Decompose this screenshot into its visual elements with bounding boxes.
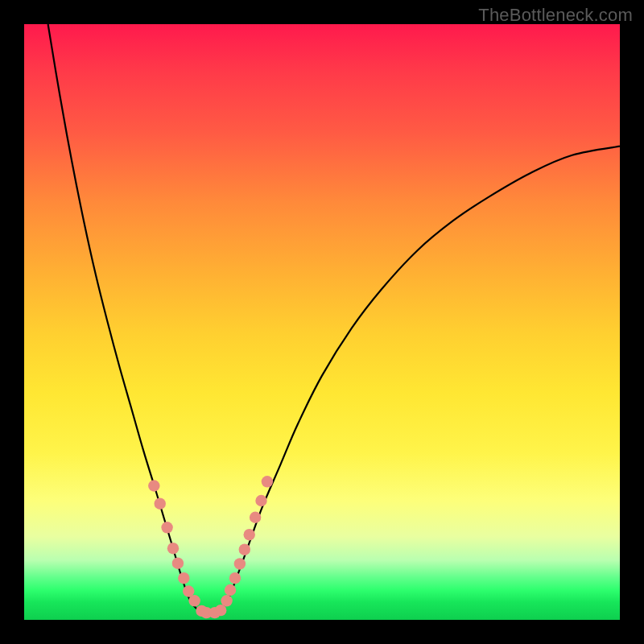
data-marker bbox=[244, 529, 255, 540]
data-marker bbox=[255, 495, 266, 506]
bottleneck-curve bbox=[48, 24, 620, 614]
data-marker bbox=[155, 498, 166, 510]
data-markers-group bbox=[148, 476, 273, 618]
data-marker bbox=[250, 512, 261, 523]
curve-group bbox=[48, 24, 620, 614]
data-marker bbox=[221, 595, 232, 606]
data-marker bbox=[229, 572, 241, 584]
data-marker bbox=[178, 572, 189, 584]
plot-area bbox=[24, 24, 620, 620]
data-marker bbox=[225, 584, 236, 596]
watermark-text: TheBottleneck.com bbox=[478, 5, 633, 26]
data-marker bbox=[148, 480, 159, 491]
data-marker bbox=[188, 595, 200, 606]
data-marker bbox=[234, 558, 246, 569]
data-marker bbox=[172, 558, 184, 569]
data-marker bbox=[161, 522, 172, 533]
data-marker bbox=[167, 543, 179, 554]
data-marker bbox=[239, 543, 250, 555]
chart-svg bbox=[24, 24, 620, 620]
chart-frame: TheBottleneck.com bbox=[0, 0, 644, 644]
data-marker bbox=[262, 476, 273, 487]
